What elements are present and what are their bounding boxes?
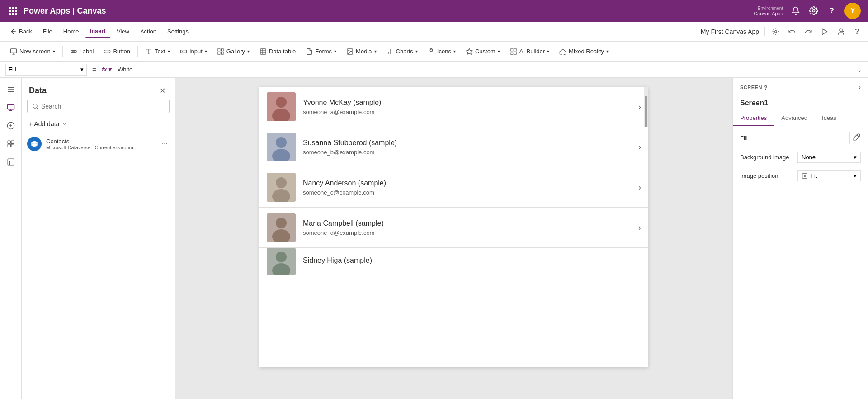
background-image-selector[interactable]: None ▾ xyxy=(797,152,861,163)
data-panel-header: Data ✕ xyxy=(22,78,175,100)
fill-property-row: Fill xyxy=(740,132,861,144)
contact-item[interactable]: Susanna Stubberod (sample) someone_b@exa… xyxy=(259,127,648,167)
redo-icon[interactable] xyxy=(803,26,814,37)
toolbar-charts[interactable]: Charts ▾ xyxy=(382,46,422,57)
svg-rect-45 xyxy=(7,104,14,109)
svg-rect-54 xyxy=(8,144,10,147)
toolbar-text[interactable]: Text ▾ xyxy=(141,46,175,57)
help2-icon[interactable]: ? xyxy=(852,26,863,37)
contact-avatar xyxy=(267,248,296,275)
data-source-item[interactable]: Contacts Microsoft Dataverse - Current e… xyxy=(22,133,175,155)
tab-advanced[interactable]: Advanced xyxy=(774,111,815,126)
dataverse-icon xyxy=(27,137,42,151)
search-input[interactable] xyxy=(41,103,165,110)
data-source-more-button[interactable]: ··· xyxy=(160,138,170,150)
media-chevron: ▾ xyxy=(374,49,377,54)
toolbar-sep-1 xyxy=(62,46,63,57)
search-box[interactable] xyxy=(27,100,170,113)
properties-tabs: Properties Advanced Ideas xyxy=(733,111,868,126)
sidebar-add-icon[interactable] xyxy=(3,118,19,134)
fill-selector[interactable]: Fill ▾ xyxy=(5,64,87,76)
formula-expand-icon[interactable]: ⌄ xyxy=(857,66,863,73)
data-panel-close-button[interactable]: ✕ xyxy=(157,85,168,96)
toolbar-gallery[interactable]: Gallery ▾ xyxy=(212,46,254,57)
toolbar-new-screen[interactable]: New screen ▾ xyxy=(5,46,60,57)
contact-name: Maria Campbell (sample) xyxy=(303,219,641,228)
contact-item[interactable]: Sidney Higa (sample) xyxy=(259,248,648,275)
svg-rect-7 xyxy=(12,13,14,15)
svg-rect-41 xyxy=(514,52,516,54)
screen-help-icon[interactable]: ? xyxy=(764,84,768,91)
contact-item[interactable]: Yvonne McKay (sample) someone_a@example.… xyxy=(259,87,648,127)
image-position-selector[interactable]: Fit ▾ xyxy=(797,170,861,181)
play-icon[interactable] xyxy=(819,26,830,37)
contact-name: Sidney Higa (sample) xyxy=(303,256,641,265)
fill-eyedropper-icon[interactable] xyxy=(853,133,861,143)
contact-item[interactable]: Nancy Anderson (sample) someone_c@exampl… xyxy=(259,167,648,208)
settings-icon[interactable] xyxy=(808,5,819,16)
tab-properties[interactable]: Properties xyxy=(733,111,774,126)
svg-point-69 xyxy=(276,218,287,228)
contact-list: Yvonne McKay (sample) someone_a@example.… xyxy=(259,87,648,275)
gallery-chevron: ▾ xyxy=(247,49,250,54)
custom-chevron: ▾ xyxy=(498,49,500,54)
contact-info: Yvonne McKay (sample) someone_a@example.… xyxy=(303,99,641,115)
menu-file[interactable]: File xyxy=(38,25,57,38)
menu-settings[interactable]: Settings xyxy=(163,25,193,38)
toolbar-ai-builder[interactable]: AI Builder ▾ xyxy=(505,46,554,57)
fill-color-box[interactable] xyxy=(796,132,850,144)
notification-icon[interactable] xyxy=(790,5,801,16)
sidebar-screens-icon[interactable] xyxy=(3,100,19,116)
sidebar-components-icon[interactable] xyxy=(3,136,19,152)
toolbar: New screen ▾ Label Button Text ▾ Input ▾… xyxy=(0,42,868,62)
svg-marker-11 xyxy=(822,28,827,35)
toolbar-button[interactable]: Button xyxy=(99,46,135,57)
svg-point-56 xyxy=(33,104,37,108)
menu-action[interactable]: Action xyxy=(136,25,161,38)
user-avatar[interactable]: Y xyxy=(844,3,861,19)
undo-icon[interactable] xyxy=(787,26,797,37)
svg-rect-1 xyxy=(12,7,14,9)
screen-name: Screen1 xyxy=(733,95,868,111)
canvas-app-name: My First Canvas App xyxy=(701,28,759,35)
menu-view[interactable]: View xyxy=(112,25,134,38)
toolbar-media[interactable]: Media ▾ xyxy=(342,46,381,57)
toolbar-input[interactable]: Input ▾ xyxy=(175,46,212,57)
fx-label[interactable]: fx ▾ xyxy=(102,66,111,73)
fill-label: Fill xyxy=(740,135,748,142)
contact-item[interactable]: Maria Campbell (sample) someone_d@exampl… xyxy=(259,208,648,248)
svg-point-72 xyxy=(276,252,287,262)
menu-home[interactable]: Home xyxy=(59,25,84,38)
codev-icon[interactable] xyxy=(770,26,781,37)
add-data-button[interactable]: + Add data xyxy=(27,119,170,129)
image-position-label: Image position xyxy=(740,172,778,179)
scroll-thumb[interactable] xyxy=(645,96,647,132)
sidebar-hamburger-icon[interactable] xyxy=(3,81,19,98)
toolbar-custom[interactable]: Custom ▾ xyxy=(461,46,505,57)
svg-rect-27 xyxy=(260,49,266,54)
toolbar-label[interactable]: Label xyxy=(66,46,99,57)
data-source-left: Contacts Microsoft Dataverse - Current e… xyxy=(27,137,137,151)
menu-bar: Back File Home Insert View Action Settin… xyxy=(0,22,868,42)
charts-chevron: ▾ xyxy=(415,49,418,54)
contact-email: someone_d@example.com xyxy=(303,229,641,236)
sidebar-vars-icon[interactable] xyxy=(3,154,19,170)
tab-ideas[interactable]: Ideas xyxy=(815,111,844,126)
svg-rect-39 xyxy=(511,49,513,51)
user-check-icon[interactable] xyxy=(835,26,846,37)
toolbar-mixed-reality[interactable]: Mixed Reality ▾ xyxy=(555,46,613,57)
svg-point-63 xyxy=(276,137,287,148)
back-button[interactable]: Back xyxy=(5,25,37,38)
help-icon[interactable]: ? xyxy=(826,5,837,16)
waffle-icon[interactable] xyxy=(7,5,18,16)
toolbar-datatable[interactable]: Data table xyxy=(255,46,300,57)
properties-expand-button[interactable]: › xyxy=(859,83,861,91)
formula-input[interactable] xyxy=(115,66,854,73)
svg-rect-2 xyxy=(15,7,17,9)
menu-insert[interactable]: Insert xyxy=(85,25,110,38)
svg-rect-52 xyxy=(11,141,14,143)
toolbar-forms[interactable]: Forms ▾ xyxy=(301,46,341,57)
forms-chevron: ▾ xyxy=(334,49,336,54)
svg-rect-6 xyxy=(9,13,11,15)
toolbar-icons[interactable]: Icons ▾ xyxy=(423,46,460,57)
